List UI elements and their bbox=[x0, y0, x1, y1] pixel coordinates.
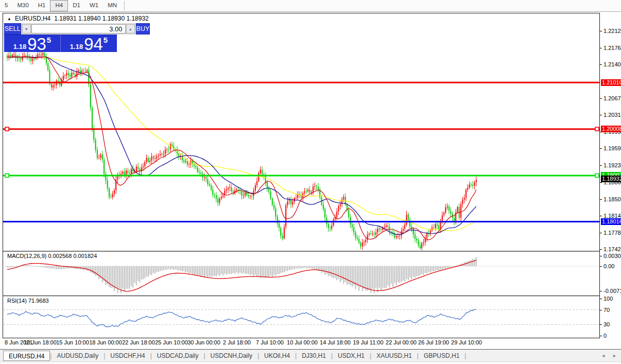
date-label: 30 Jun 00:00 bbox=[187, 339, 220, 345]
sell-price-big: 93 bbox=[27, 37, 46, 51]
hline-handle[interactable] bbox=[595, 127, 599, 131]
axis-tick-label: 70 bbox=[603, 307, 610, 314]
date-label: 22 Jun 18:00 bbox=[122, 339, 155, 345]
chart-tab-eurusd[interactable]: EURUSD,H4 bbox=[3, 351, 50, 361]
timeframe-button-h4[interactable]: H4 bbox=[50, 0, 68, 11]
chart-symbol-label: EURUSD,H4 bbox=[15, 15, 50, 22]
timeframe-button-h1[interactable]: H1 bbox=[33, 0, 50, 11]
timeframe-button-w1[interactable]: W1 bbox=[85, 0, 103, 11]
axis-tick-mark bbox=[600, 336, 602, 336]
axis-tick-label: 0.003031 bbox=[603, 253, 621, 259]
axis-tick-label: 1.20310 bbox=[603, 112, 621, 118]
date-label: 10 Jun 18:00 bbox=[24, 339, 57, 345]
date-label: 15 Jun 10:00 bbox=[56, 339, 89, 345]
chart-tab-gbpusd[interactable]: GBPUSD,H1 bbox=[419, 351, 464, 361]
axis-tick-mark bbox=[600, 324, 602, 325]
price-level-label-1.18932: 1.18932 bbox=[601, 176, 621, 182]
chart-tab-usdcnh[interactable]: USDCNH,Daily bbox=[205, 351, 257, 361]
chart-tab-xauusd[interactable]: XAUUSD,H1 bbox=[371, 351, 417, 361]
date-label: 7 Jul 10:00 bbox=[256, 339, 284, 345]
buy-button[interactable]: BUY bbox=[136, 23, 150, 34]
chart-header: ▲ EURUSD,H4 1.18931 1.18940 1.18930 1.18… bbox=[7, 15, 149, 22]
sell-price-prefix: 1.18 bbox=[13, 43, 26, 50]
axis-tick-mark bbox=[600, 115, 602, 115]
rsi-indicator-label: RSI(14) 71.9683 bbox=[7, 298, 49, 304]
timeframe-button-d1[interactable]: D1 bbox=[68, 0, 85, 11]
axis-tick-mark bbox=[600, 98, 602, 99]
rsi-line bbox=[7, 309, 476, 327]
timeframe-button-m30[interactable]: M30 bbox=[12, 0, 33, 11]
chart-tab-dj30[interactable]: DJ30,H1 bbox=[297, 351, 331, 361]
timeframe-button-5[interactable]: 5 bbox=[0, 0, 12, 11]
sell-price-pip: 5 bbox=[47, 36, 51, 44]
tab-scroll-right-icon[interactable]: ► bbox=[612, 353, 617, 358]
sell-price-display[interactable]: 1.18 93 5 bbox=[4, 35, 61, 52]
axis-tick-mark bbox=[600, 48, 602, 48]
volume-input[interactable] bbox=[31, 24, 126, 33]
fast-ma-line bbox=[7, 57, 476, 240]
volume-control: ▼ ▲ bbox=[21, 23, 136, 34]
axis-tick-label: 1.21760 bbox=[603, 45, 621, 51]
buy-price-pip: 5 bbox=[104, 36, 108, 44]
tab-scroll-left-icon[interactable]: ◄ bbox=[601, 353, 606, 358]
hline-handle[interactable] bbox=[5, 174, 9, 177]
macd-indicator-label: MACD(12,26,9) 0.002568 0.001824 bbox=[7, 253, 97, 259]
timeframe-button-mn[interactable]: MN bbox=[103, 0, 122, 11]
axis-tick-mark bbox=[600, 291, 602, 291]
axis-tick-mark bbox=[600, 310, 602, 310]
hline-handle[interactable] bbox=[5, 127, 9, 131]
axis-tick-mark bbox=[600, 165, 602, 166]
axis-tick-label: 1.19590 bbox=[603, 145, 621, 152]
chart-tab-bar: EURUSD,H4|AUDUSD,Daily|USDCHF,H4|USDCAD,… bbox=[0, 349, 621, 361]
collapse-panel-icon[interactable]: ▲ bbox=[7, 16, 11, 21]
axis-tick-label: 1.20670 bbox=[603, 95, 621, 102]
axis-tick-mark bbox=[600, 148, 602, 149]
chart-tab-usdcad[interactable]: USDCAD,Daily bbox=[152, 351, 204, 361]
axis-tick-mark bbox=[600, 256, 602, 256]
timeframe-toolbar: 5M30H1H4D1W1MN bbox=[0, 0, 621, 12]
toolbar-separator bbox=[124, 1, 125, 10]
price-level-label-1.20008: 1.20008 bbox=[601, 126, 621, 132]
date-label: 19 Jul 11:00 bbox=[353, 339, 383, 345]
date-label: 14 Jul 18:00 bbox=[320, 339, 351, 345]
date-label: 22 Jul 00:00 bbox=[386, 339, 417, 345]
date-label: 2 Jul 18:00 bbox=[223, 339, 251, 345]
status-strip bbox=[0, 361, 621, 364]
axis-tick-mark bbox=[600, 249, 602, 250]
price-axis: 1.221201.217601.214001.206701.203101.199… bbox=[601, 13, 621, 339]
axis-tick-label: 1.19230 bbox=[603, 162, 621, 169]
date-label: 18 Jun 00:00 bbox=[89, 339, 122, 345]
date-label: 25 Jun 10:00 bbox=[155, 339, 188, 345]
buy-price-prefix: 1.18 bbox=[70, 43, 83, 50]
date-label: 29 Jul 10:00 bbox=[451, 339, 482, 345]
hline-handle[interactable] bbox=[595, 174, 599, 177]
date-label: 10 Jul 00:00 bbox=[287, 339, 318, 345]
axis-tick-label: 100 bbox=[603, 296, 613, 302]
sell-button[interactable]: SELL bbox=[4, 23, 21, 34]
price-chart-canvas[interactable] bbox=[3, 13, 599, 338]
axis-tick-mark bbox=[600, 182, 602, 183]
mid-ma-line bbox=[7, 57, 476, 234]
axis-tick-mark bbox=[600, 299, 602, 299]
time-axis: 8 Jun 202110 Jun 18:0015 Jun 10:0018 Jun… bbox=[3, 339, 600, 348]
buy-price-display[interactable]: 1.18 94 5 bbox=[61, 35, 117, 52]
chart-tab-audusd[interactable]: AUDUSD,Daily bbox=[51, 351, 104, 361]
axis-tick-mark bbox=[600, 266, 602, 267]
volume-increase-icon[interactable]: ▲ bbox=[126, 24, 135, 33]
axis-tick-label: 1.17420 bbox=[603, 246, 621, 253]
chart-tab-usdchf[interactable]: USDCHF,H4 bbox=[105, 351, 150, 361]
chart-tab-ukoil[interactable]: UKOil,H4 bbox=[259, 351, 295, 361]
price-level-label-1.18016: 1.18016 bbox=[601, 218, 621, 225]
axis-tick-mark bbox=[600, 233, 602, 233]
axis-tick-mark bbox=[600, 31, 602, 31]
chart-tab-usdx[interactable]: USDX,H1 bbox=[333, 351, 370, 361]
axis-tick-label: 0.00 bbox=[603, 263, 614, 270]
axis-tick-label: 1.21400 bbox=[603, 61, 621, 68]
axis-tick-label: 1.22120 bbox=[603, 28, 621, 34]
chart-window: ▲ EURUSD,H4 1.18931 1.18940 1.18930 1.18… bbox=[3, 13, 600, 338]
axis-tick-mark bbox=[600, 216, 602, 216]
volume-decrease-icon[interactable]: ▼ bbox=[22, 24, 31, 33]
price-level-label-1.21010: 1.21010 bbox=[601, 79, 621, 86]
candles-layer bbox=[7, 50, 477, 251]
date-label: 26 Jul 19:00 bbox=[418, 339, 449, 345]
